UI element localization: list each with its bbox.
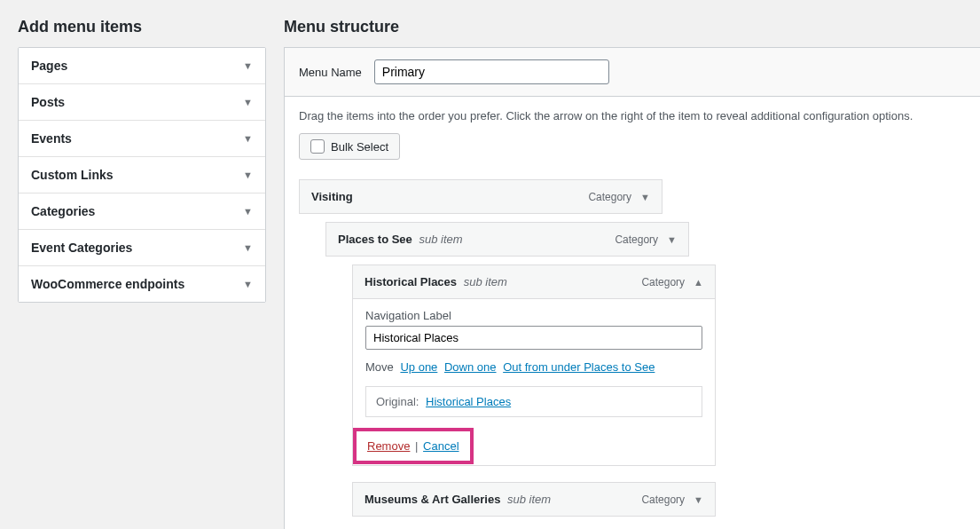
instruction-text: Drag the items into the order you prefer… — [299, 109, 966, 122]
remove-cancel-highlight: Remove | Cancel — [353, 428, 474, 464]
sub-item-tag: sub item — [419, 233, 462, 246]
chevron-down-icon: ▼ — [243, 279, 253, 289]
panel-label: WooCommerce endpoints — [31, 277, 184, 291]
bulk-select-button[interactable]: Bulk Select — [299, 133, 400, 160]
original-box: Original: Historical Places — [365, 386, 702, 417]
move-out-from-under-link[interactable]: Out from under Places to See — [503, 360, 655, 374]
separator: | — [415, 439, 418, 453]
move-label: Move — [365, 360, 394, 374]
panel-events[interactable]: Events▼ — [19, 121, 265, 156]
panel-label: Events — [31, 131, 72, 146]
menu-name-bar: Menu Name — [284, 47, 980, 97]
panel-label: Custom Links — [31, 168, 114, 182]
remove-link[interactable]: Remove — [367, 439, 410, 453]
chevron-up-icon[interactable]: ▲ — [694, 277, 703, 288]
menu-item-places-to-see[interactable]: Places to See sub item Category ▼ — [325, 222, 689, 257]
menu-item-title: Places to See — [338, 233, 412, 246]
menu-item-museums-galleries[interactable]: Museums & Art Galleries sub item Categor… — [352, 482, 716, 517]
move-up-one-link[interactable]: Up one — [400, 360, 437, 374]
panel-categories[interactable]: Categories▼ — [19, 193, 265, 229]
menu-name-input[interactable] — [374, 59, 609, 84]
menu-item-type: Category — [641, 276, 685, 288]
bulk-select-checkbox[interactable] — [310, 139, 325, 154]
chevron-down-icon: ▼ — [243, 170, 253, 180]
original-label: Original: — [376, 395, 419, 408]
chevron-down-icon[interactable]: ▼ — [640, 192, 650, 202]
nav-label-input[interactable] — [365, 326, 702, 350]
menu-item-title: Historical Places — [365, 275, 457, 288]
bulk-select-label: Bulk Select — [331, 140, 388, 154]
chevron-down-icon[interactable]: ▼ — [694, 494, 703, 505]
menu-item-visiting[interactable]: Visiting Category ▼ — [299, 179, 662, 214]
panel-custom-links[interactable]: Custom Links▼ — [19, 157, 265, 193]
panel-label: Event Categories — [31, 241, 132, 255]
menu-item-historical-places[interactable]: Historical Places sub item Category ▲ — [352, 264, 716, 299]
panel-woocommerce-endpoints[interactable]: WooCommerce endpoints▼ — [19, 266, 265, 302]
menu-structure-heading: Menu structure — [284, 18, 980, 36]
nav-label-caption: Navigation Label — [365, 309, 702, 322]
cancel-link[interactable]: Cancel — [423, 439, 459, 453]
add-items-accordion: Pages▼ Posts▼ Events▼ Custom Links▼ Cate… — [18, 47, 266, 303]
move-controls: Move Up one Down one Out from under Plac… — [365, 360, 702, 374]
menu-item-title: Visiting — [311, 190, 353, 203]
chevron-down-icon: ▼ — [243, 133, 253, 144]
panel-pages[interactable]: Pages▼ — [19, 48, 265, 83]
add-menu-items-heading: Add menu items — [18, 18, 266, 36]
move-down-one-link[interactable]: Down one — [444, 360, 497, 374]
menu-item-type: Category — [641, 493, 685, 506]
sub-item-tag: sub item — [507, 493, 551, 506]
panel-posts[interactable]: Posts▼ — [19, 84, 265, 120]
menu-name-label: Menu Name — [299, 66, 362, 79]
panel-label: Pages — [31, 59, 67, 73]
menu-item-type: Category — [615, 233, 658, 246]
panel-event-categories[interactable]: Event Categories▼ — [19, 230, 265, 265]
chevron-down-icon: ▼ — [243, 206, 253, 217]
panel-label: Categories — [31, 204, 95, 218]
menu-item-settings-panel: Navigation Label Move Up one Down one Ou… — [352, 299, 716, 466]
chevron-down-icon: ▼ — [243, 60, 253, 71]
original-link[interactable]: Historical Places — [426, 395, 511, 408]
sub-item-tag: sub item — [464, 275, 507, 288]
chevron-down-icon: ▼ — [243, 242, 253, 253]
panel-label: Posts — [31, 95, 65, 109]
menu-item-title: Museums & Art Galleries — [365, 493, 500, 506]
chevron-down-icon: ▼ — [243, 97, 253, 107]
chevron-down-icon[interactable]: ▼ — [667, 234, 677, 245]
menu-item-type: Category — [588, 191, 631, 203]
